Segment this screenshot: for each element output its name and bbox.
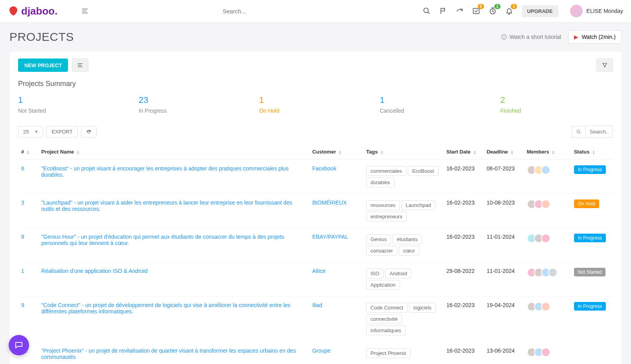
cell-start: 16-02-2023 <box>443 342 483 364</box>
tag[interactable]: entrepreneurs <box>366 212 407 221</box>
user-profile[interactable]: ELISE Monday <box>570 5 623 17</box>
summary-label: Not Started <box>18 108 131 114</box>
refresh-button[interactable] <box>81 126 97 137</box>
summary-label: In Progress <box>139 108 251 114</box>
share-icon[interactable] <box>456 7 464 15</box>
member-avatar[interactable] <box>541 348 550 357</box>
tag[interactable]: informatiques <box>366 326 405 335</box>
tag[interactable]: durables <box>366 177 394 187</box>
cell-customer[interactable]: Altice <box>309 262 363 296</box>
cell-customer[interactable]: Iliad <box>309 296 363 342</box>
summary-item[interactable]: 1 Not Started <box>18 95 131 114</box>
cell-num[interactable]: 6 <box>18 160 38 194</box>
cell-num[interactable]: 8 <box>18 228 38 262</box>
page-size-select[interactable]: 25 ▼ <box>18 126 43 137</box>
summary-item[interactable]: 1 On Hold <box>259 95 372 114</box>
status-badge[interactable]: In Progress <box>574 165 606 174</box>
tutorial-section: Watch a short tutorial ▶ Watch (2min.) <box>501 30 622 44</box>
tag[interactable]: logiciels <box>409 303 436 313</box>
col-name[interactable]: Project Name▲▼ <box>38 144 309 160</box>
cell-name[interactable]: Réalisation d'une application ISO & Andr… <box>38 262 309 296</box>
cell-num[interactable]: 1 <box>18 262 38 296</box>
tasks-icon[interactable]: 6 <box>472 7 480 15</box>
tag[interactable]: Project Phoenix <box>366 348 411 358</box>
tag[interactable]: Code Connect <box>366 303 407 313</box>
col-customer[interactable]: Customer▲▼ <box>309 144 363 160</box>
upgrade-button[interactable]: UPGRADE <box>522 5 558 17</box>
tag[interactable]: consacrer <box>366 246 397 256</box>
cell-members <box>524 342 571 364</box>
chat-icon <box>14 340 24 350</box>
bell-icon[interactable]: 3 <box>505 7 513 15</box>
cell-num[interactable]: 3 <box>18 194 38 228</box>
cell-customer[interactable]: EBAY/PAYPAL <box>309 228 363 262</box>
projects-table: #▲▼ Project Name▲▼ Customer▲▼ Tags▲▼ Sta… <box>18 144 613 364</box>
table-search-input[interactable] <box>585 126 613 138</box>
member-avatar[interactable] <box>541 199 550 209</box>
filter-button[interactable] <box>596 59 613 72</box>
cell-customer[interactable]: Groupe <box>309 342 363 364</box>
table-row: 11 "Project Phoenix" - un projet de revi… <box>18 342 613 364</box>
status-badge[interactable]: In Progress <box>574 302 606 311</box>
tag[interactable]: ressources <box>366 200 400 210</box>
cell-status: Not Started <box>571 262 613 296</box>
tutorial-link[interactable]: Watch a short tutorial <box>501 34 561 40</box>
cell-start: 16-02-2023 <box>443 228 483 262</box>
col-members[interactable]: Members▲▼ <box>524 144 571 160</box>
tag[interactable]: connectivité <box>366 314 402 324</box>
cell-name[interactable]: "Genius Hour" - un projet d'éducation qu… <box>38 228 309 262</box>
col-status[interactable]: Status▲▼ <box>571 144 613 160</box>
tag[interactable]: Genius <box>366 234 391 244</box>
status-badge[interactable]: In Progress <box>574 234 606 242</box>
cell-tags: Code Connectlogicielsconnectivitéinforma… <box>363 296 443 342</box>
col-num[interactable]: #▲▼ <box>18 144 38 160</box>
member-avatar[interactable] <box>541 234 550 243</box>
tag[interactable]: Launchpad <box>402 200 435 210</box>
tag[interactable]: étudiants <box>393 234 422 244</box>
cell-customer[interactable]: BIOMÉRIEUX <box>309 194 363 228</box>
logo[interactable]: djaboo. <box>8 5 57 17</box>
member-avatar[interactable] <box>548 268 558 277</box>
cell-customer[interactable]: Facebook <box>309 160 363 194</box>
cell-tags: Project Phoenix <box>363 342 443 364</box>
tag[interactable]: ISO <box>366 269 383 278</box>
member-avatar[interactable] <box>541 302 550 311</box>
cell-name[interactable]: "Project Phoenix" - un projet de revital… <box>38 342 309 364</box>
summary-item[interactable]: 1 Cancelled <box>380 95 492 114</box>
menu-toggle-icon[interactable] <box>81 7 89 15</box>
export-button[interactable]: EXPORT <box>46 126 77 137</box>
new-project-button[interactable]: NEW PROJECT <box>18 59 68 72</box>
search-input[interactable] <box>222 8 407 15</box>
col-start[interactable]: Start Date▲▼ <box>443 144 483 160</box>
tag[interactable]: commerciales <box>366 166 406 176</box>
flag-icon[interactable] <box>439 7 447 15</box>
table-search-icon[interactable] <box>572 126 585 138</box>
tag[interactable]: Android <box>385 269 411 278</box>
tag[interactable]: EcoBoost <box>408 166 438 176</box>
status-badge[interactable]: Not Started <box>574 268 606 276</box>
search-icon[interactable] <box>423 7 431 15</box>
tag[interactable]: cœur <box>399 246 419 256</box>
cell-status: In Progress <box>571 160 613 194</box>
tag[interactable]: Application <box>366 280 400 290</box>
list-view-button[interactable] <box>72 59 88 72</box>
cell-name[interactable]: "Code Connect" - un projet de développem… <box>38 296 309 342</box>
col-deadline[interactable]: Deadline▲▼ <box>483 144 523 160</box>
status-badge[interactable]: On Hold <box>574 199 599 208</box>
timer-icon[interactable]: 1 <box>489 7 497 15</box>
list-icon <box>77 62 83 68</box>
summary-item[interactable]: 2 Finished <box>500 95 613 114</box>
cell-members <box>524 228 571 262</box>
table-row: 9 "Code Connect" - un projet de développ… <box>18 296 613 342</box>
cell-status: On Hold <box>571 194 613 228</box>
cell-tags: commercialesEcoBoostdurables <box>363 160 443 194</box>
chat-fab[interactable] <box>9 335 29 355</box>
member-avatar[interactable] <box>541 165 550 175</box>
cell-name[interactable]: "EcoBoost" - un projet visant à encourag… <box>38 160 309 194</box>
cell-name[interactable]: "Launchpad" - un projet visant à aider l… <box>38 194 309 228</box>
cell-deadline: 13-06-2024 <box>483 342 523 364</box>
watch-button[interactable]: ▶ Watch (2min.) <box>568 30 622 44</box>
col-tags[interactable]: Tags▲▼ <box>363 144 443 160</box>
page-size-value: 25 <box>23 129 29 135</box>
summary-item[interactable]: 23 In Progress <box>139 95 251 114</box>
